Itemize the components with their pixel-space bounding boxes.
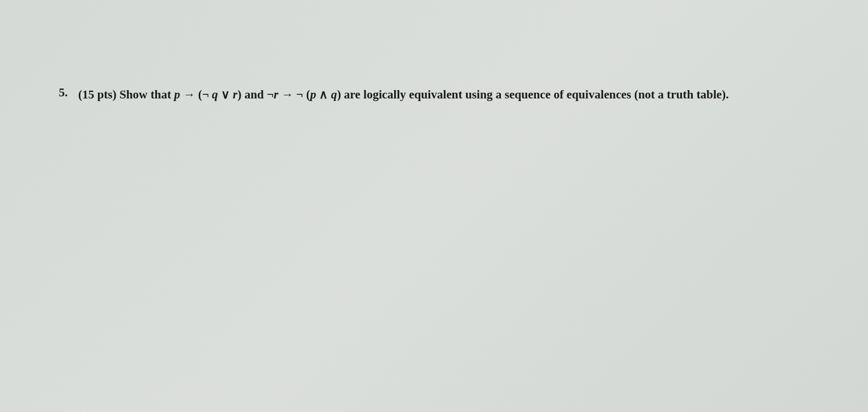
problem-number: 5. [52, 86, 68, 99]
expr1-q: q [212, 88, 218, 101]
expr2-p: p [310, 88, 316, 101]
points-label: (15 pts) [78, 88, 116, 101]
expr1-lparen: ( [198, 88, 202, 101]
text-and: and [244, 88, 264, 101]
expr1-neg: ¬ [202, 88, 209, 101]
expr2-and: ∧ [319, 88, 328, 101]
problem-row: 5. (15 pts) Show that p → (¬ q ∨ r) and … [52, 86, 816, 104]
problem-content: 5. (15 pts) Show that p → (¬ q ∨ r) and … [52, 86, 816, 104]
expr2-rparen: ) [337, 88, 341, 101]
expr1-p: p [174, 88, 180, 101]
text-after: are logically equivalent using a sequenc… [344, 88, 729, 101]
expr2-q: q [331, 88, 337, 101]
problem-text: (15 pts) Show that p → (¬ q ∨ r) and ¬r … [78, 86, 729, 104]
expr1-or: ∨ [221, 88, 230, 101]
expr1-rparen: ) [238, 88, 242, 101]
text-before: Show that [119, 88, 171, 101]
expr2-lparen: ( [306, 88, 310, 101]
expr1-arrow: → [183, 88, 195, 101]
expr1-r: r [233, 88, 238, 101]
expr2-arrow: → [282, 88, 294, 101]
expr2-neg2: ¬ [296, 88, 303, 101]
expr2-r: r [274, 88, 278, 101]
expr2-neg1: ¬ [267, 88, 274, 101]
